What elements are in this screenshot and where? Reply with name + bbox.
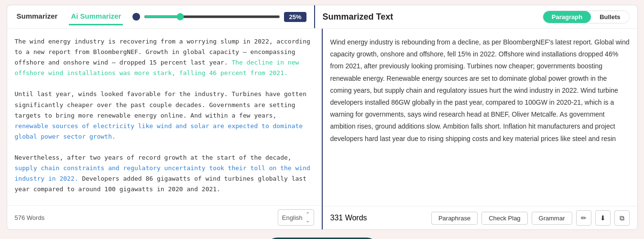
left-panel-footer: 576 Words English ⌃⌄ — [7, 205, 322, 229]
paraphrase-button[interactable]: Paraphrase — [431, 212, 478, 225]
summarized-text-content: Wind energy industry is rebounding from … — [323, 29, 637, 206]
source-word-count: 576 Words — [15, 214, 45, 221]
view-mode-toggle: Paragraph Bullets — [543, 11, 630, 23]
chevron-down-icon: ⌃⌄ — [306, 211, 310, 224]
action-buttons-group: Paraphrase Check Plag Grammar ✏ ⬇ ⧉ — [431, 210, 630, 226]
edit-button[interactable]: ✏ — [576, 210, 591, 226]
toggle-paragraph[interactable]: Paragraph — [543, 11, 591, 23]
language-selector[interactable]: English ⌃⌄ — [278, 209, 314, 226]
right-panel-footer: 331 Words Paraphrase Check Plag Grammar … — [323, 206, 637, 229]
check-plag-button[interactable]: Check Plag — [481, 212, 527, 225]
source-text-content: The wind energy industry is recovering f… — [15, 38, 310, 193]
percent-badge: 25% — [284, 12, 306, 22]
grammar-button[interactable]: Grammar — [532, 212, 572, 225]
slider-dot — [132, 13, 140, 21]
toggle-bullets[interactable]: Bullets — [591, 11, 629, 23]
language-label: English — [282, 214, 303, 221]
download-button[interactable]: ⬇ — [595, 210, 611, 226]
summary-word-count: 331 Words — [330, 214, 367, 222]
source-text[interactable]: The wind energy industry is recovering f… — [7, 29, 322, 205]
summary-length-slider[interactable] — [144, 15, 280, 18]
summarized-text-title: Summarized Text — [323, 12, 393, 22]
tab-summarizer[interactable]: Summarizer — [15, 8, 60, 25]
bottom-row: Summarize Now — [266, 230, 378, 239]
copy-button[interactable]: ⧉ — [614, 210, 630, 226]
tab-ai-summarizer[interactable]: Ai Summarizer — [69, 8, 123, 25]
